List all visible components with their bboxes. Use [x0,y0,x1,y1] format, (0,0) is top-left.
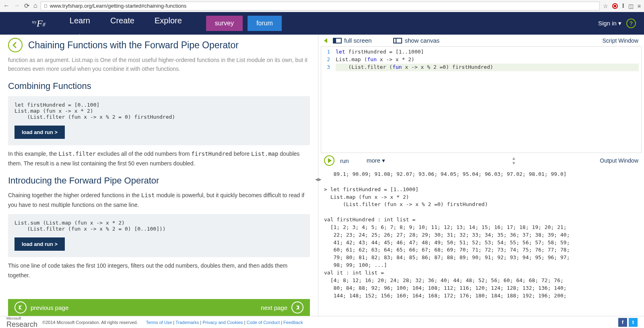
drag-handle-icon[interactable]: ▲▼ [512,156,516,165]
code-block-2: List.sum (List.map (fun x -> x * 2) (Lis… [8,214,310,257]
editor-code[interactable]: let firstHundred = [1..1000]List.map (fu… [333,47,641,153]
footer-link-feedback[interactable]: Feedback [283,320,303,325]
output-console[interactable]: 89.1; 90.09; 91.08; 92.07; 93.06; 94.05;… [318,168,644,316]
main-nav: Learn Create Explore [70,16,182,31]
more-button[interactable]: more ▾ [367,157,385,164]
fullscreen-button[interactable]: full screen [333,37,372,44]
ext-icon-box[interactable]: ◫ [628,3,634,9]
ext-icon-i[interactable]: I [622,3,624,9]
nav-explore[interactable]: Explore [155,16,182,31]
next-page-icon[interactable] [291,301,303,314]
para-1: In this example, the List.filter exclude… [8,149,310,169]
footer-link-conduct[interactable]: Code of Conduct [247,320,280,325]
reload-icon[interactable]: ⟳ [24,2,29,10]
code-editor[interactable]: 123 let firstHundred = [1..1000]List.map… [321,46,642,153]
help-icon[interactable]: ? [626,19,636,28]
tutorial-body[interactable]: function as an argument. List.map is One… [0,56,318,296]
page-icon: 🗋 [43,3,48,9]
load-run-button-1[interactable]: load and run > [14,126,65,139]
back-button[interactable] [8,38,23,52]
browser-toolbar: ← → ⟳ ⌂ 🗋 www.tryfsharp.org/Learn/gettin… [0,0,644,12]
canvas-icon [393,38,402,43]
collapse-icon[interactable] [324,38,327,43]
next-page-link[interactable]: next page [261,304,287,311]
para-2: Chaining together the higher ordered fun… [8,191,310,210]
site-header: tryF# Learn Create Explore survey forum … [0,12,644,35]
code-block-1: let firstHundred = [0..100] List.map (fu… [8,96,310,145]
prev-page-link[interactable]: previous page [31,304,68,311]
url-bar[interactable]: 🗋 www.tryfsharp.org/Learn/getting-starte… [41,2,600,10]
footer-link-trademarks[interactable]: Trademarks [175,320,199,325]
editor-gutter: 123 [321,47,333,153]
copyright: ©2014 Microsoft Corporation. All rights … [42,320,138,325]
footer: MicrosoftResearch ©2014 Microsoft Corpor… [0,316,644,328]
nav-create[interactable]: Create [110,16,134,31]
star-icon[interactable]: ☆ [603,3,608,9]
logo[interactable]: tryF# [32,18,45,29]
code-2: List.sum (List.map (fun x -> x * 2) (Lis… [14,220,303,232]
forward-icon[interactable]: → [14,2,20,10]
footer-link-terms[interactable]: Terms of Use [146,320,172,325]
output-window-label: Output Window [600,157,638,164]
menu-icon[interactable]: ≡ [638,3,641,9]
url-text: www.tryfsharp.org/Learn/getting-started#… [50,3,187,9]
run-button[interactable]: run [340,157,349,164]
cutoff-text: function as an argument. List.map is One… [8,56,310,74]
survey-button[interactable]: survey [206,16,243,31]
home-icon[interactable]: ⌂ [33,2,37,10]
back-icon[interactable]: ← [3,2,10,10]
load-run-button-2[interactable]: load and run > [14,237,65,251]
code-1: let firstHundred = [0..100] List.map (fu… [14,102,303,120]
para-3: This one line of code takes the first 10… [8,261,310,281]
tutorial-pane: Chaining Functions with the Forward Pipe… [0,35,318,316]
prev-page-icon[interactable] [14,301,27,314]
script-window-label: Script Window [603,37,638,44]
section-combining: Combining Functions [8,81,310,91]
section-pipe: Introducing the Forward Pipe Operator [8,175,310,186]
adblock-icon[interactable] [612,3,618,9]
facebook-icon[interactable]: f [618,318,627,327]
page-nav: previous page next page [8,299,310,316]
nav-learn[interactable]: Learn [70,16,90,31]
run-icon[interactable] [324,155,334,166]
footer-link-privacy[interactable]: Privacy and Cookies [202,320,243,325]
forum-button[interactable]: forum [248,16,282,31]
twitter-icon[interactable]: t [629,318,638,327]
page-title: Chaining Functions with the Forward Pipe… [28,40,239,51]
signin-link[interactable]: Sign in ▾ [598,20,621,27]
script-pane: ◀▶ full screen show canvas Script Window… [318,35,644,316]
ms-research-logo: MicrosoftResearch [6,316,37,328]
show-canvas-button[interactable]: show canvas [393,37,440,44]
fullscreen-icon [333,38,342,43]
